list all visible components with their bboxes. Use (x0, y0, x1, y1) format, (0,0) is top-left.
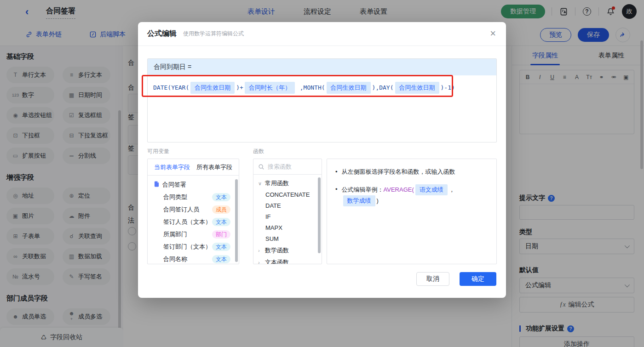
confirm-button[interactable]: 确定 (460, 272, 496, 286)
function-list: ∨常用函数CONCATENATEDATEIFMAPXSUM›数学函数›文本函数 (253, 175, 322, 264)
function-group-label: 数学函数 (265, 246, 289, 255)
formula-field-chip[interactable]: 合同生效日期 (395, 82, 439, 94)
function-group-常用函数[interactable]: ∨常用函数 (253, 177, 322, 189)
bullet-dot: • (335, 184, 338, 206)
functions-panel: 搜索函数 ∨常用函数CONCATENATEDATEIFMAPXSUM›数学函数›… (253, 159, 322, 264)
functions-scrollbar[interactable] (318, 177, 321, 253)
example-field-chip: 数学成绩 (343, 195, 375, 206)
search-icon (258, 164, 264, 170)
bullet-dot: • (335, 167, 338, 177)
variable-root-name: 合同签署 (162, 181, 232, 189)
function-group-label: 文本函数 (265, 258, 289, 264)
variables-panel: 当前表单字段所有表单字段 合同签署合同类型文本合同签订人员成员签订人员（文本）文… (147, 159, 239, 264)
variable-type-badge: 成员 (212, 205, 230, 214)
help-panel: • 从左侧面板选择字段名和函数，或输入函数 • 公式编辑举例：AVERAGE(语… (327, 159, 497, 264)
variable-type-badge: 文本 (212, 243, 230, 251)
example-separator: ， (449, 186, 455, 193)
app-window: ‹ 合同签署 表单设计流程设定表单设置 数据管理 ? 政 表单外链后 (0, 0, 644, 347)
variable-type-badge: 部门 (212, 230, 230, 239)
function-item-MAPX[interactable]: MAPX (253, 222, 322, 233)
chevron-right-icon: › (258, 248, 263, 253)
help-bullet-2: • 公式编辑举例：AVERAGE(语文成绩，数学成绩) (335, 184, 488, 206)
function-group-文本函数[interactable]: ›文本函数 (253, 256, 322, 264)
function-item-DATE[interactable]: DATE (253, 200, 322, 211)
variable-name: 合同签订人员 (154, 205, 212, 214)
variable-row-合同名称[interactable]: 合同名称文本 (148, 253, 239, 264)
form-doc-icon (154, 181, 159, 188)
formula-box: 合同到期日 = DATE(YEAR(合同生效日期)+合同时长（年） ,MONTH… (147, 58, 497, 142)
formula-field-chip[interactable]: 合同时长（年） (245, 82, 295, 94)
variable-row-合同签订人员[interactable]: 合同签订人员成员 (148, 203, 239, 216)
variable-name: 合同名称 (154, 255, 212, 263)
variables-label: 可用变量 (147, 148, 169, 155)
variable-row-签订人员（文本）[interactable]: 签订人员（文本）文本 (148, 216, 239, 228)
chevron-right-icon: › (258, 260, 263, 264)
formula-input[interactable]: DATE(YEAR(合同生效日期)+合同时长（年） ,MONTH(合同生效日期)… (148, 75, 496, 100)
formula-example: 公式编辑举例：AVERAGE(语文成绩，数学成绩) (342, 184, 488, 206)
example-prefix: 公式编辑举例： (342, 186, 384, 193)
modal-title: 公式编辑 (147, 29, 177, 39)
formula-field-chip[interactable]: 合同生效日期 (327, 82, 371, 94)
function-item-SUM[interactable]: SUM (253, 233, 322, 245)
variable-name: 签订人员（文本） (154, 218, 212, 226)
chevron-down-icon: ∨ (258, 181, 263, 187)
formula-code: ),DAY( (372, 84, 394, 91)
close-icon[interactable]: × (490, 28, 496, 39)
search-placeholder: 搜索函数 (268, 163, 292, 171)
example-field-chip: 语文成绩 (415, 184, 448, 195)
formula-code: )+ (236, 84, 243, 91)
function-group-label: 常用函数 (265, 179, 289, 188)
modal-subtitle: 使用数学运算符编辑公式 (183, 30, 244, 38)
variable-row-所属部门[interactable]: 所属部门部门 (148, 228, 239, 240)
variables-root-row[interactable]: 合同签署 (148, 178, 239, 191)
help-bullet-1: • 从左侧面板选择字段名和函数，或输入函数 (335, 167, 488, 177)
modal-footer: 取消 确定 (416, 272, 496, 286)
function-item-IF[interactable]: IF (253, 211, 322, 222)
variable-name: 所属部门 (154, 230, 212, 239)
variables-list: 合同签署合同类型文本合同签订人员成员签订人员（文本）文本所属部门部门签订部门（文… (148, 176, 239, 264)
formula-code: ,MONTH( (296, 84, 325, 91)
function-item-CONCATENATE[interactable]: CONCATENATE (253, 189, 322, 200)
variable-row-签订部门（文本）[interactable]: 签订部门（文本）文本 (148, 240, 239, 253)
variables-tab-当前表单字段[interactable]: 当前表单字段 (154, 163, 190, 171)
formula-result-field: 合同到期日 = (148, 59, 496, 75)
formula-code: )-1) (441, 84, 455, 91)
function-search[interactable]: 搜索函数 (253, 159, 322, 175)
variable-type-badge: 文本 (212, 255, 230, 263)
variable-type-badge: 文本 (212, 218, 230, 226)
variables-tabs: 当前表单字段所有表单字段 (148, 159, 239, 176)
cancel-button[interactable]: 取消 (416, 272, 449, 286)
formula-code: DATE(YEAR( (153, 84, 189, 91)
variable-row-合同类型[interactable]: 合同类型文本 (148, 191, 239, 203)
functions-label: 函数 (253, 148, 264, 155)
formula-editor-modal: 公式编辑 使用数学运算符编辑公式 × 合同到期日 = DATE(YEAR(合同生… (138, 22, 506, 298)
function-group-数学函数[interactable]: ›数学函数 (253, 245, 322, 256)
example-function: AVERAGE( (384, 186, 414, 193)
variable-type-badge: 文本 (212, 193, 230, 201)
variables-tab-所有表单字段[interactable]: 所有表单字段 (196, 163, 232, 171)
modal-header: 公式编辑 使用数学运算符编辑公式 (138, 22, 506, 46)
variable-name: 合同类型 (154, 193, 212, 201)
formula-field-chip[interactable]: 合同生效日期 (190, 82, 235, 94)
example-close: ) (377, 197, 379, 204)
variable-name: 签订部门（文本） (154, 243, 212, 251)
variables-scrollbar[interactable] (235, 179, 238, 262)
